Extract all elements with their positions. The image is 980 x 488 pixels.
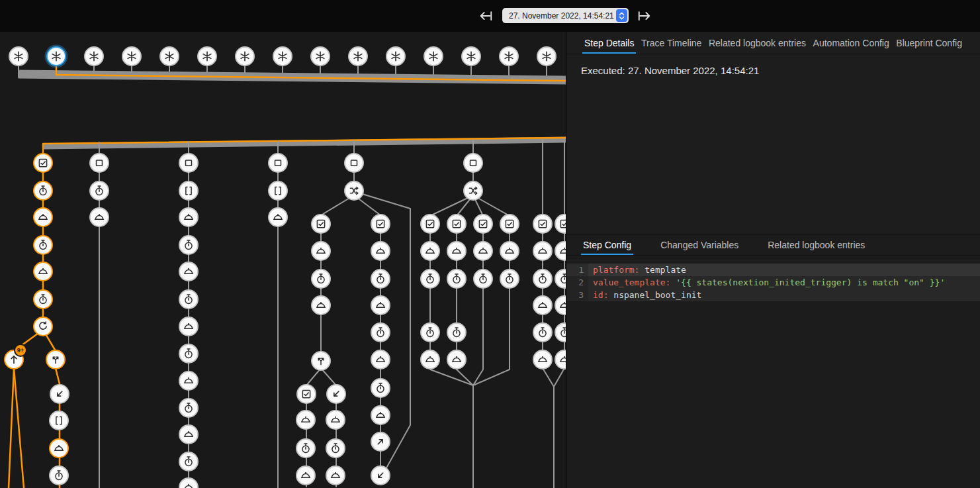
trace-run-selector[interactable]: 27. November 2022, 14:54:21 [502, 8, 629, 23]
cloche-node[interactable] [371, 350, 390, 369]
timer-node[interactable] [533, 322, 553, 342]
timer-node[interactable] [179, 289, 199, 309]
timer-node[interactable] [311, 269, 331, 289]
checkbox-node[interactable] [371, 214, 390, 234]
checkbox-node[interactable] [447, 214, 467, 234]
cloche-node[interactable] [533, 295, 553, 315]
asterisk-node[interactable] [273, 46, 292, 66]
asterisk-node[interactable] [122, 46, 142, 66]
timer-node[interactable] [296, 438, 316, 458]
cloche-node[interactable] [447, 241, 467, 261]
timer-node[interactable] [371, 378, 390, 398]
cloche-node[interactable] [296, 410, 316, 430]
cloche-node[interactable] [179, 371, 199, 391]
timer-node[interactable] [33, 289, 53, 309]
asterisk-node[interactable] [84, 46, 104, 66]
next-run-button[interactable] [636, 8, 653, 24]
cloche-node[interactable] [420, 241, 440, 261]
checkbox-node[interactable] [33, 153, 53, 173]
asterisk-node[interactable] [159, 46, 179, 66]
timer-node[interactable] [533, 269, 553, 289]
cloche-node[interactable] [533, 350, 553, 369]
square-node[interactable] [89, 153, 109, 173]
asterisk-node[interactable] [197, 46, 217, 66]
cloche-node[interactable] [533, 241, 553, 261]
timer-node[interactable] [473, 269, 493, 289]
cloche-node[interactable] [371, 295, 390, 315]
cloche-node[interactable] [447, 350, 467, 369]
cloche-node[interactable] [89, 207, 109, 227]
checkbox-node[interactable] [473, 214, 493, 234]
cloche-node[interactable] [179, 207, 199, 227]
cloche-node[interactable] [420, 350, 440, 369]
split-node[interactable] [46, 350, 66, 369]
checkbox-node[interactable] [311, 214, 331, 234]
shuffle-node[interactable] [344, 181, 364, 201]
asterisk-node[interactable] [386, 46, 406, 66]
cloche-node[interactable] [473, 241, 493, 261]
cloche-node[interactable] [326, 465, 345, 485]
arrow-dl-node[interactable] [326, 384, 346, 404]
asterisk-node[interactable] [499, 46, 519, 66]
asterisk-node[interactable] [9, 46, 28, 66]
cloche-node[interactable] [33, 262, 53, 281]
timer-node[interactable] [447, 269, 467, 289]
yaml-editor[interactable]: 1platform: template2value_template: '{{ … [566, 264, 980, 301]
asterisk-node[interactable] [423, 46, 443, 66]
square-node[interactable] [463, 153, 483, 173]
timer-node[interactable] [89, 181, 109, 201]
cloche-node[interactable] [311, 295, 331, 315]
brackets-node[interactable] [49, 411, 69, 430]
checkbox-node[interactable] [500, 214, 519, 234]
asterisk-node[interactable] [461, 46, 481, 66]
arrow-dl-node[interactable] [371, 465, 390, 485]
tab-automation-config[interactable]: Automation Config [811, 32, 891, 54]
brackets-node[interactable] [179, 181, 199, 201]
asterisk-node[interactable] [310, 46, 330, 66]
cloche-node[interactable] [268, 207, 288, 227]
tab-step-details[interactable]: Step Details [582, 32, 636, 54]
tab-step-config[interactable]: Step Config [581, 234, 633, 255]
tab-related-logbook-entries[interactable]: Related logbook entries [707, 32, 808, 54]
cloche-node[interactable] [33, 207, 53, 227]
timer-node[interactable] [447, 322, 467, 342]
arrow-ur-node[interactable] [371, 432, 390, 452]
cloche-node[interactable] [179, 424, 199, 444]
timer-node[interactable] [179, 344, 199, 364]
tab-changed-variables[interactable]: Changed Variables [658, 234, 740, 255]
cloche-node[interactable] [311, 241, 331, 261]
cloche-node[interactable] [179, 262, 199, 281]
checkbox-node[interactable] [420, 214, 440, 234]
square-node[interactable] [268, 153, 288, 173]
square-node[interactable] [344, 153, 364, 173]
checkbox-node[interactable] [296, 384, 316, 404]
timer-node[interactable] [179, 398, 199, 418]
checkbox-node[interactable] [533, 214, 553, 234]
timer-node[interactable] [33, 235, 53, 255]
tab-trace-timeline[interactable]: Trace Timeline [639, 32, 703, 54]
arrow-dl-node[interactable] [50, 384, 69, 404]
timer-node[interactable] [500, 269, 519, 289]
brackets-node[interactable] [268, 181, 288, 201]
timer-node[interactable] [179, 235, 199, 255]
asterisk-node[interactable] [537, 46, 557, 66]
cloche-node[interactable] [371, 405, 390, 425]
asterisk-node[interactable] [348, 46, 368, 66]
split-node[interactable] [311, 351, 331, 371]
timer-node[interactable] [33, 181, 53, 201]
shuffle-node[interactable] [463, 181, 483, 201]
asterisk-node[interactable] [46, 46, 66, 66]
refresh-node[interactable] [33, 317, 53, 336]
timer-node[interactable] [326, 438, 345, 458]
cloche-node[interactable] [296, 465, 316, 485]
timer-node[interactable] [49, 465, 69, 485]
timer-node[interactable] [420, 269, 440, 289]
asterisk-node[interactable] [235, 46, 255, 66]
cloche-node[interactable] [49, 438, 69, 458]
cloche-node[interactable] [500, 241, 519, 261]
tab-blueprint-config[interactable]: Blueprint Config [894, 32, 964, 54]
timer-node[interactable] [371, 322, 390, 342]
cloche-node[interactable] [326, 410, 345, 430]
timer-node[interactable] [420, 322, 440, 342]
tab-related-logbook-entries[interactable]: Related logbook entries [766, 234, 867, 255]
